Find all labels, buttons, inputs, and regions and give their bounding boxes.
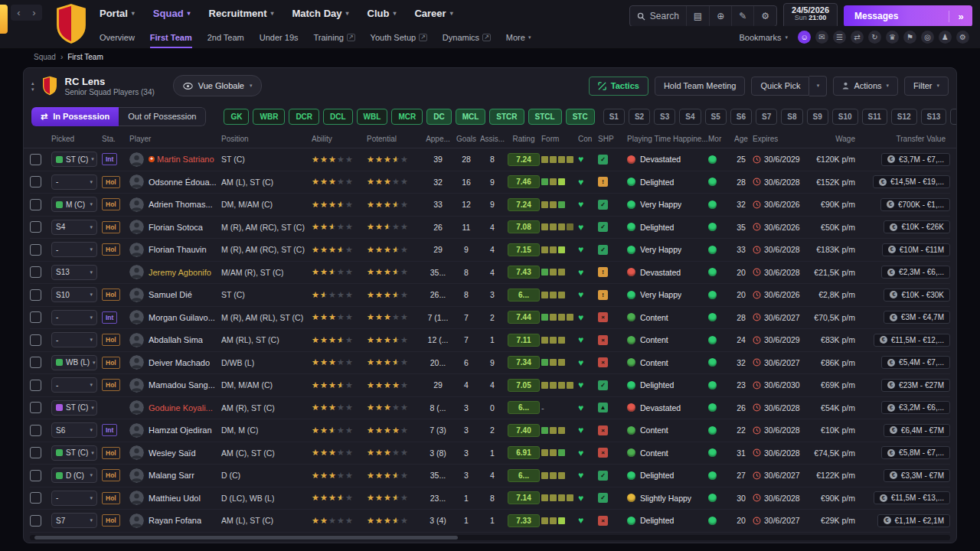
quick-pick-chevron[interactable]: ▾: [809, 76, 827, 96]
view-selector[interactable]: Vue Globale ▾: [173, 75, 263, 96]
row-select-checkbox[interactable]: [30, 266, 41, 278]
table-row[interactable]: D (C) ▾ Hol Malang Sarr D (C) ★★★★★★★★★★…: [30, 465, 950, 487]
table-row[interactable]: - ▾ Int Morgan Guilavo... M (R), AM (RL)…: [30, 307, 950, 330]
player-name[interactable]: Odsonne Édoua...: [149, 178, 217, 187]
slot-filter-s14[interactable]: S14: [950, 109, 957, 125]
subnav-under-19s[interactable]: Under 19s: [260, 26, 299, 48]
breadcrumb-root[interactable]: Squad: [34, 53, 56, 61]
competition-icon[interactable]: ♛: [886, 31, 899, 44]
forward-button[interactable]: ›: [28, 6, 41, 19]
player-cell[interactable]: Rayan Fofana: [129, 514, 221, 528]
player-name[interactable]: Goduine Koyali...: [149, 403, 213, 412]
row-select-checkbox[interactable]: [30, 425, 41, 436]
player-cell[interactable]: Odsonne Édoua...: [129, 174, 221, 189]
table-row[interactable]: ST (C) ▾ Int + Martin Satriano ST (C) ★★…: [30, 148, 950, 171]
player-name[interactable]: Samuel Dié: [149, 290, 192, 299]
settings-icon[interactable]: ⚙: [753, 6, 776, 26]
subnav-2nd-team[interactable]: 2nd Team: [207, 26, 244, 48]
position-filter-wbr[interactable]: WBR: [253, 109, 285, 125]
player-name[interactable]: Abdallah Sima: [149, 335, 203, 344]
subnav-dynamics[interactable]: Dynamics↗: [443, 26, 491, 48]
slot-filter-s13[interactable]: S13: [921, 109, 947, 125]
picked-dropdown[interactable]: S10 ▾: [51, 287, 97, 302]
col-morale[interactable]: Mor: [708, 135, 730, 143]
row-select-checkbox[interactable]: [30, 244, 41, 256]
subnav-overview[interactable]: Overview: [100, 26, 135, 48]
slot-filter-s10[interactable]: S10: [832, 109, 858, 125]
slot-filter-s2[interactable]: S2: [629, 109, 650, 125]
row-select-checkbox[interactable]: [30, 154, 41, 165]
col-potential[interactable]: Potential: [367, 135, 422, 143]
player-name[interactable]: Deiver Machado: [149, 358, 210, 367]
in-possession-button[interactable]: ⇄ In Possession: [31, 107, 119, 126]
actions-button[interactable]: Actions ▾: [833, 77, 898, 96]
col-sharpness[interactable]: SHP: [598, 135, 627, 143]
messages-button[interactable]: Messages »: [844, 5, 972, 27]
table-row[interactable]: - ▾ Hol Mamadou Sang... DM, M/AM (C) ★★★…: [30, 374, 950, 397]
flag-icon[interactable]: ⚑: [903, 31, 916, 44]
row-select-checkbox[interactable]: [30, 380, 41, 391]
col-appearances[interactable]: Appe...: [422, 135, 454, 143]
col-goals[interactable]: Goals: [454, 135, 479, 143]
player-cell[interactable]: Wesley Saïd: [129, 445, 221, 460]
player-cell[interactable]: Adrien Thomas...: [129, 197, 221, 212]
picked-dropdown[interactable]: S13 ▾: [51, 265, 97, 280]
player-cell[interactable]: + Martin Satriano: [129, 152, 221, 167]
player-name[interactable]: Hamzat Ojediran: [149, 425, 212, 435]
inbox-icon[interactable]: ✉: [815, 31, 828, 44]
picked-dropdown[interactable]: S6 ▾: [51, 422, 97, 438]
nav-career[interactable]: Career▾: [414, 8, 452, 19]
nav-squad[interactable]: Squad▾: [153, 8, 191, 19]
player-name[interactable]: Malang Sarr: [149, 471, 194, 480]
table-row[interactable]: S6 ▾ Int Hamzat Ojediran DM, M (C) ★★★★★…: [30, 419, 950, 442]
slot-filter-s11[interactable]: S11: [862, 109, 887, 125]
table-row[interactable]: S10 ▾ Hol Samuel Dié ST (C) ★★★★★★★★★★ ★…: [30, 284, 950, 307]
row-select-checkbox[interactable]: [30, 447, 41, 458]
edit-icon[interactable]: ✎: [731, 6, 753, 26]
player-cell[interactable]: Goduine Koyali...: [129, 400, 221, 415]
position-filter-stcl[interactable]: STCL: [528, 109, 562, 125]
position-filter-dcl[interactable]: DCL: [323, 109, 353, 125]
position-filter-stc[interactable]: STC: [566, 109, 595, 125]
hold-team-meeting-button[interactable]: Hold Team Meeting: [655, 77, 746, 96]
row-select-checkbox[interactable]: [30, 334, 41, 346]
player-cell[interactable]: Mamadou Sang...: [129, 378, 221, 393]
col-ability[interactable]: Ability: [312, 135, 367, 143]
player-name[interactable]: Florian Sotoca: [149, 223, 203, 232]
player-name[interactable]: Jeremy Agbonifo: [149, 268, 211, 277]
back-button[interactable]: ‹: [12, 6, 25, 19]
col-transfer-value[interactable]: Transfer Value: [860, 135, 950, 143]
world-icon[interactable]: ⊕: [709, 6, 731, 26]
col-sta[interactable]: Sta.: [102, 135, 129, 143]
position-filter-gk[interactable]: GK: [224, 109, 249, 125]
player-name[interactable]: Martin Satriano: [157, 155, 214, 164]
nav-recruitment[interactable]: Recruitment▾: [209, 8, 274, 19]
picked-dropdown[interactable]: ST (C) ▾: [51, 400, 97, 416]
position-filter-wbl[interactable]: WBL: [357, 109, 388, 125]
row-select-checkbox[interactable]: [30, 402, 41, 413]
out-of-possession-button[interactable]: Out of Possession: [119, 107, 206, 126]
row-select-checkbox[interactable]: [30, 470, 41, 481]
col-playing-time-happiness[interactable]: Playing Time Happine...: [627, 135, 708, 143]
position-filter-mcr[interactable]: MCR: [391, 109, 423, 125]
slot-filter-s6[interactable]: S6: [730, 109, 752, 125]
col-rating[interactable]: Rating: [506, 135, 541, 143]
picked-dropdown[interactable]: - ▾: [51, 491, 97, 506]
bookmarks-dropdown[interactable]: Bookmarks▾: [739, 33, 788, 42]
slot-filter-s1[interactable]: S1: [603, 109, 625, 125]
player-name[interactable]: Wesley Saïd: [149, 448, 196, 458]
table-row[interactable]: - ▾ Hol Florian Thauvin M (R), AM (RC), …: [30, 239, 950, 262]
scouting-icon[interactable]: ♟: [939, 31, 952, 44]
row-select-checkbox[interactable]: [30, 492, 41, 504]
row-select-checkbox[interactable]: [30, 221, 41, 233]
position-filter-stcr[interactable]: STCR: [489, 109, 524, 125]
sync-icon[interactable]: ↻: [868, 31, 881, 44]
col-player[interactable]: Player: [129, 135, 221, 143]
slot-filter-s4[interactable]: S4: [679, 109, 701, 125]
player-cell[interactable]: Malang Sarr: [129, 468, 221, 483]
position-filter-dc[interactable]: DC: [426, 109, 451, 125]
scrollbar-thumb[interactable]: [34, 536, 458, 540]
game-date[interactable]: 24/5/2026 Sun 21:00: [783, 3, 838, 29]
table-row[interactable]: ST (C) ▾ Hol Wesley Saïd AM (C), ST (C) …: [30, 442, 950, 465]
collapse-toggle[interactable]: ▴▾: [31, 80, 34, 92]
